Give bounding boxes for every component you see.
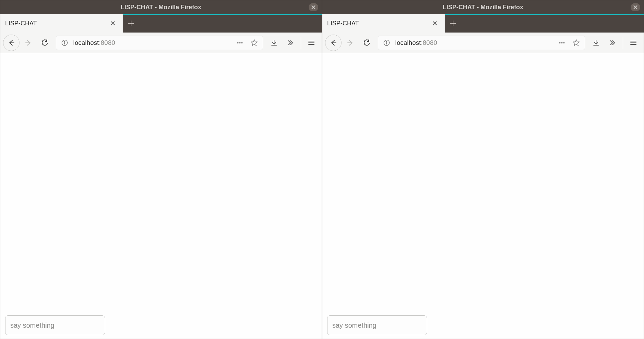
bookmark-button[interactable] xyxy=(248,37,260,49)
window-close-button[interactable] xyxy=(631,3,640,11)
back-button[interactable] xyxy=(3,35,20,51)
svg-point-11 xyxy=(563,42,565,43)
download-icon xyxy=(593,39,600,46)
svg-point-7 xyxy=(386,41,387,41)
info-icon xyxy=(61,39,68,46)
svg-point-5 xyxy=(241,42,243,43)
chat-message-input[interactable] xyxy=(327,315,427,335)
reload-button[interactable] xyxy=(37,35,52,50)
ellipsis-icon xyxy=(236,39,243,46)
tab-title: LISP-CHAT xyxy=(327,20,430,27)
downloads-button[interactable] xyxy=(267,35,282,50)
browser-tab[interactable]: LISP-CHAT xyxy=(0,14,123,33)
hamburger-icon xyxy=(630,39,637,46)
back-button[interactable] xyxy=(325,35,342,51)
chevron-double-right-icon xyxy=(287,39,294,46)
forward-button[interactable] xyxy=(21,35,36,50)
svg-point-1 xyxy=(64,41,65,41)
reload-icon xyxy=(41,39,48,46)
chat-message-input[interactable] xyxy=(5,315,105,335)
downloads-button[interactable] xyxy=(589,35,604,50)
arrow-left-icon xyxy=(8,39,15,46)
hamburger-icon xyxy=(308,39,315,46)
nav-toolbar: localhost:8080 xyxy=(0,33,322,53)
menu-button[interactable] xyxy=(626,35,641,50)
forward-button[interactable] xyxy=(343,35,358,50)
svg-rect-2 xyxy=(64,42,65,44)
page-content xyxy=(0,53,322,339)
tab-strip: LISP-CHAT xyxy=(0,14,322,33)
browser-window: LISP-CHAT - Mozilla Firefox LISP-CHAT xyxy=(322,0,644,339)
page-content xyxy=(322,53,644,339)
arrow-left-icon xyxy=(330,39,337,46)
url-text[interactable]: localhost:8080 xyxy=(395,39,553,47)
reload-button[interactable] xyxy=(359,35,374,50)
close-icon xyxy=(111,21,115,26)
svg-point-9 xyxy=(559,42,561,43)
toolbar-separator xyxy=(623,37,623,49)
plus-icon xyxy=(450,20,456,26)
url-port: :8080 xyxy=(99,39,115,46)
svg-point-10 xyxy=(561,42,563,43)
download-icon xyxy=(271,39,278,46)
svg-rect-8 xyxy=(386,42,387,44)
tab-close-button[interactable] xyxy=(430,18,440,28)
url-bar[interactable]: localhost:8080 xyxy=(378,36,585,50)
url-text[interactable]: localhost:8080 xyxy=(73,39,231,47)
url-host: localhost xyxy=(73,39,99,46)
new-tab-button[interactable] xyxy=(445,14,461,33)
bookmark-button[interactable] xyxy=(570,37,582,49)
close-icon xyxy=(311,5,315,9)
overflow-button[interactable] xyxy=(605,35,620,50)
window-titlebar[interactable]: LISP-CHAT - Mozilla Firefox xyxy=(322,0,644,14)
arrow-right-icon xyxy=(347,39,354,46)
arrow-right-icon xyxy=(25,39,32,46)
menu-button[interactable] xyxy=(304,35,319,50)
tab-strip: LISP-CHAT xyxy=(322,14,644,33)
reload-icon xyxy=(363,39,370,46)
star-icon xyxy=(250,39,258,47)
page-actions-button[interactable] xyxy=(556,37,568,49)
url-bar[interactable]: localhost:8080 xyxy=(56,36,263,50)
chevron-double-right-icon xyxy=(609,39,616,46)
browser-tab[interactable]: LISP-CHAT xyxy=(322,14,445,33)
tab-close-button[interactable] xyxy=(108,18,118,28)
site-info-button[interactable] xyxy=(59,37,70,49)
tab-title: LISP-CHAT xyxy=(5,20,108,27)
star-icon xyxy=(572,39,580,47)
close-icon xyxy=(633,5,637,9)
url-host: localhost xyxy=(395,39,421,46)
new-tab-button[interactable] xyxy=(123,14,139,33)
nav-toolbar: localhost:8080 xyxy=(322,33,644,53)
svg-point-4 xyxy=(239,42,241,43)
plus-icon xyxy=(128,20,134,26)
ellipsis-icon xyxy=(558,39,565,46)
window-title: LISP-CHAT - Mozilla Firefox xyxy=(443,4,524,11)
window-close-button[interactable] xyxy=(309,3,318,11)
close-icon xyxy=(433,21,437,26)
info-icon xyxy=(383,39,390,46)
window-title: LISP-CHAT - Mozilla Firefox xyxy=(121,4,202,11)
page-actions-button[interactable] xyxy=(234,37,246,49)
window-titlebar[interactable]: LISP-CHAT - Mozilla Firefox xyxy=(0,0,322,14)
site-info-button[interactable] xyxy=(381,37,392,49)
overflow-button[interactable] xyxy=(283,35,298,50)
toolbar-separator xyxy=(301,37,301,49)
browser-window: LISP-CHAT - Mozilla Firefox LISP-CHAT xyxy=(0,0,322,339)
url-port: :8080 xyxy=(421,39,437,46)
svg-point-3 xyxy=(237,42,239,43)
